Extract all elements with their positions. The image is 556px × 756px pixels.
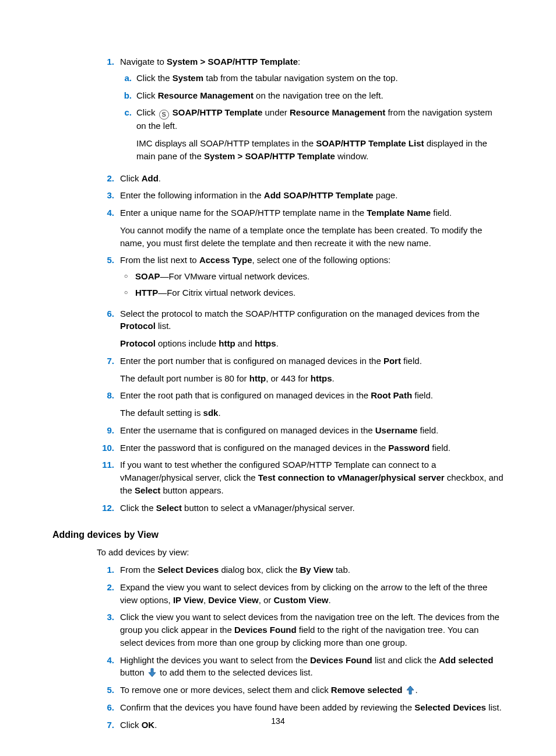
step-4-note: You cannot modify the name of a template… — [120, 224, 504, 250]
substep-c: c. Click S SOAP/HTTP Template under Reso… — [120, 106, 504, 132]
bullet-list: ○ SOAP—For VMware virtual network device… — [120, 270, 504, 299]
page: 1. Navigate to System > SOAP/HTTP Templa… — [0, 0, 556, 756]
substep-a: a. Click the System tab from the tabular… — [120, 72, 504, 85]
step-4: 4. Enter a unique name for the SOAP/HTTP… — [52, 206, 504, 249]
step-7-note: The default port number is 80 for http, … — [120, 372, 504, 385]
sec2-step-6: 6. Confirm that the devices you have fou… — [52, 701, 504, 714]
page-number: 134 — [0, 715, 556, 727]
step-1: 1. Navigate to System > SOAP/HTTP Templa… — [52, 55, 504, 167]
substep-b: b. Click Resource Management on the navi… — [120, 89, 504, 102]
substep-list: a. Click the System tab from the tabular… — [120, 72, 504, 163]
sec2-step-2: 2. Expand the view you want to select de… — [52, 581, 504, 607]
step-3: 3. Enter the following information in th… — [52, 189, 504, 202]
sec2-step-3: 3. Click the view you want to select dev… — [52, 611, 504, 649]
step-8-note: The default setting is sdk. — [120, 407, 504, 419]
arrow-up-icon — [406, 685, 414, 695]
step-8: 8. Enter the root path that is configure… — [52, 389, 504, 419]
step-11: 11. If you want to test whether the conf… — [52, 459, 504, 496]
intro-text: To add devices by view: — [97, 546, 504, 559]
heading-adding-devices-by-view: Adding devices by View — [52, 528, 504, 541]
step-9: 9. Enter the username that is configured… — [52, 424, 504, 437]
procedure-list-1: 1. Navigate to System > SOAP/HTTP Templa… — [52, 55, 504, 514]
step-10: 10. Enter the password that is configure… — [52, 442, 504, 454]
step-12: 12. Click the Select button to select a … — [52, 502, 504, 514]
substep-note: IMC displays all SOAP/HTTP templates in … — [120, 137, 504, 163]
step-6-note: Protocol options include http and https. — [120, 337, 504, 350]
step-7: 7. Enter the port number that is configu… — [52, 355, 504, 385]
step-6: 6. Select the protocol to match the SOAP… — [52, 307, 504, 350]
procedure-list-2: 1. From the Select Devices dialog box, c… — [52, 564, 504, 731]
step-5: 5. From the list next to Access Type, se… — [52, 254, 504, 302]
sec2-step-4: 4. Highlight the devices you want to sel… — [52, 654, 504, 680]
bullet-http: ○ HTTP—For Citrix virtual network device… — [120, 286, 504, 299]
arrow-down-icon — [148, 668, 156, 677]
bullet-soap: ○ SOAP—For VMware virtual network device… — [120, 270, 504, 283]
sec2-step-5: 5. To remove one or more devices, select… — [52, 684, 504, 696]
s-circle-icon: S — [159, 110, 169, 120]
step-2: 2. Click Add. — [52, 172, 504, 185]
sec2-step-1: 1. From the Select Devices dialog box, c… — [52, 564, 504, 576]
